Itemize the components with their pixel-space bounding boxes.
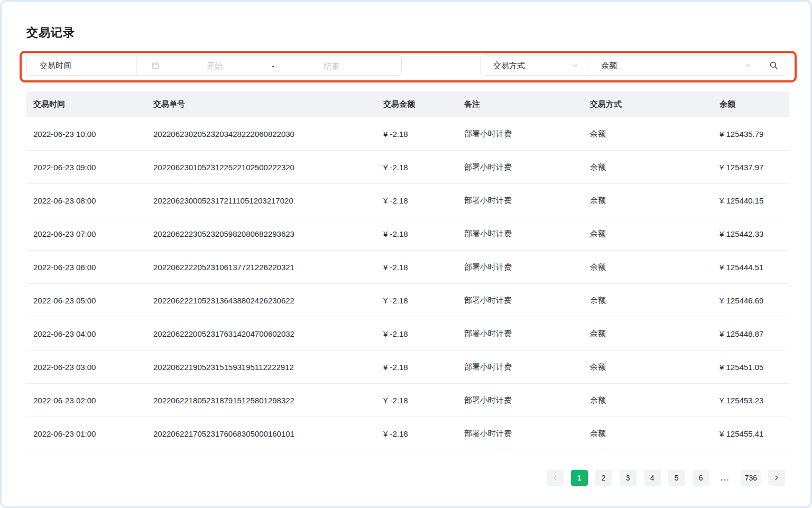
table-row: 2022-06-23 07:00 20220622230523205982080…: [26, 217, 789, 251]
pagination: 123456...736: [547, 470, 785, 486]
pagination-page-button[interactable]: 3: [620, 470, 636, 486]
chevron-down-icon: [744, 61, 752, 70]
search-button[interactable]: [761, 56, 787, 75]
table-row: 2022-06-23 06:00 20220622220523106137721…: [26, 251, 789, 284]
column-header-method: 交易方式: [590, 99, 719, 109]
pagination-next-button[interactable]: [768, 470, 785, 486]
pagination-page-button[interactable]: 5: [668, 470, 685, 486]
date-end-input[interactable]: [276, 56, 386, 75]
cell-time: 2022-06-23 02:00: [33, 396, 153, 405]
date-range-picker[interactable]: -: [137, 56, 401, 75]
table-row: 2022-06-23 04:00 20220622200523176314204…: [26, 317, 789, 350]
pagination-page-button-active[interactable]: 1: [571, 470, 588, 486]
filter-time-label: 交易时间: [27, 61, 136, 71]
date-range-separator: -: [270, 61, 276, 70]
cell-order-no: 20220622170523176068305000160101: [153, 429, 383, 438]
filter-selects-group: 交易方式 余额: [480, 56, 787, 76]
cell-method: 余额: [590, 329, 719, 339]
cell-remark: 部署小时计费: [464, 162, 590, 172]
cell-amount: ¥ -2.18: [383, 329, 464, 338]
date-start-input[interactable]: [160, 56, 270, 75]
transaction-method-select-value: 交易方式: [493, 61, 525, 71]
cell-balance: ¥ 125435.79: [719, 130, 789, 138]
table-row: 2022-06-23 01:00 20220622170523176068305…: [26, 417, 789, 450]
cell-remark: 部署小时计费: [464, 395, 590, 405]
pagination-prev-button[interactable]: [547, 470, 564, 486]
cell-method: 余额: [590, 395, 719, 405]
chevron-right-icon: [773, 474, 780, 482]
pagination-pages: 123456...736: [571, 470, 761, 486]
table-row: 2022-06-23 09:00 20220623010523122522102…: [26, 151, 789, 184]
table-body: 2022-06-23 10:00 20220623020523203428222…: [26, 117, 789, 450]
cell-time: 2022-06-23 05:00: [33, 296, 153, 305]
transaction-records-page: 交易记录 交易时间 - 交易方式: [0, 0, 812, 508]
balance-filter-select[interactable]: 余额: [588, 56, 761, 75]
cell-balance: ¥ 125451.05: [719, 363, 789, 372]
cell-time: 2022-06-23 10:00: [33, 130, 153, 138]
table-row: 2022-06-23 05:00 20220622210523136438802…: [26, 284, 789, 317]
cell-balance: ¥ 125444.51: [719, 263, 789, 272]
cell-order-no: 20220622200523176314204700602032: [153, 329, 383, 338]
cell-balance: ¥ 125448.87: [719, 329, 789, 338]
pagination-ellipsis[interactable]: ...: [717, 470, 734, 486]
cell-balance: ¥ 125440.15: [719, 196, 789, 205]
cell-amount: ¥ -2.18: [383, 229, 464, 238]
pagination-page-button[interactable]: 4: [644, 470, 661, 486]
cell-time: 2022-06-23 01:00: [33, 429, 153, 438]
cell-balance: ¥ 125446.69: [719, 296, 789, 305]
cell-order-no: 20220623000523172111051203217020: [153, 196, 383, 205]
column-header-time: 交易时间: [33, 99, 153, 109]
cell-order-no: 20220623010523122522102500222320: [153, 163, 383, 172]
balance-filter-select-value: 余额: [601, 61, 617, 71]
cell-remark: 部署小时计费: [464, 262, 590, 272]
cell-remark: 部署小时计费: [464, 362, 590, 372]
cell-order-no: 20220622190523151593195112222912: [153, 363, 383, 372]
cell-balance: ¥ 125455.41: [719, 429, 789, 438]
transactions-table: 交易时间 交易单号 交易金额 备注 交易方式 余额 2022-06-23 10:…: [26, 91, 789, 450]
cell-amount: ¥ -2.18: [383, 163, 464, 172]
cell-balance: ¥ 125442.33: [719, 229, 789, 238]
cell-remark: 部署小时计费: [464, 429, 590, 439]
cell-method: 余额: [590, 129, 719, 139]
column-header-order-no: 交易单号: [153, 99, 383, 109]
calendar-icon: [151, 61, 160, 70]
cell-balance: ¥ 125437.97: [719, 163, 789, 172]
pagination-page-button[interactable]: 6: [693, 470, 709, 486]
transaction-method-select[interactable]: 交易方式: [481, 56, 588, 75]
cell-remark: 部署小时计费: [464, 329, 590, 339]
date-range-filter: 交易时间 -: [26, 56, 402, 76]
cell-method: 余额: [590, 362, 719, 372]
table-row: 2022-06-23 02:00 20220622180523187915125…: [26, 384, 789, 417]
cell-method: 余额: [590, 229, 719, 239]
cell-balance: ¥ 125453.23: [719, 396, 789, 405]
cell-amount: ¥ -2.18: [383, 429, 464, 438]
cell-remark: 部署小时计费: [464, 196, 590, 206]
table-header-row: 交易时间 交易单号 交易金额 备注 交易方式 余额: [26, 91, 789, 117]
cell-order-no: 20220622230523205982080682293623: [153, 229, 383, 238]
cell-order-no: 20220622220523106137721226220321: [153, 263, 383, 272]
cell-amount: ¥ -2.18: [383, 130, 464, 138]
cell-amount: ¥ -2.18: [383, 196, 464, 205]
cell-amount: ¥ -2.18: [383, 396, 464, 405]
cell-time: 2022-06-23 04:00: [33, 329, 153, 338]
cell-remark: 部署小时计费: [464, 229, 590, 239]
cell-remark: 部署小时计费: [464, 295, 590, 306]
cell-method: 余额: [590, 262, 719, 272]
pagination-page-button[interactable]: 2: [595, 470, 612, 486]
cell-time: 2022-06-23 08:00: [33, 196, 153, 205]
column-header-balance: 余额: [719, 99, 789, 109]
cell-order-no: 20220622210523136438802426230622: [153, 296, 383, 305]
table-row: 2022-06-23 10:00 20220623020523203428222…: [26, 117, 789, 151]
cell-order-no: 20220623020523203428222060822030: [153, 130, 383, 138]
column-header-remark: 备注: [464, 99, 590, 109]
pagination-page-button[interactable]: 736: [741, 470, 761, 486]
cell-amount: ¥ -2.18: [383, 296, 464, 305]
cell-amount: ¥ -2.18: [383, 363, 464, 372]
table-row: 2022-06-23 08:00 20220623000523172111051…: [26, 184, 789, 217]
cell-method: 余额: [590, 162, 719, 172]
cell-method: 余额: [590, 196, 719, 206]
chevron-left-icon: [551, 474, 559, 482]
cell-time: 2022-06-23 09:00: [33, 163, 153, 172]
table-row: 2022-06-23 03:00 20220622190523151593195…: [26, 350, 789, 384]
cell-remark: 部署小时计费: [464, 129, 590, 139]
